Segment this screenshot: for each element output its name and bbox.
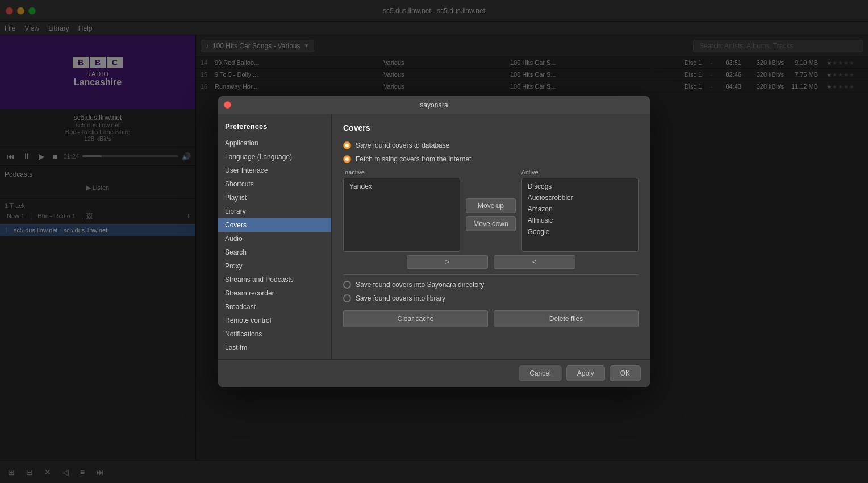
move-to-active-button[interactable]: > [407,255,489,269]
prefs-item-covers[interactable]: Covers [218,218,331,232]
cancel-button[interactable]: Cancel [519,365,561,381]
active-item-google[interactable]: Google [524,226,636,238]
prefs-item-playlist[interactable]: Playlist [218,191,331,205]
inactive-item-yandex[interactable]: Yandex [346,181,457,192]
modal-titlebar: sayonara [218,96,650,114]
active-label: Active [521,169,639,176]
modal-title: sayonara [420,101,448,109]
option-save-db-label: Save found covers to database [356,141,449,149]
option-save-library-label: Save found covers into library [356,294,445,302]
radio-save-sayonara[interactable] [343,281,351,289]
prefs-item-notifications[interactable]: Notifications [218,327,331,341]
prefs-item-lastfm[interactable]: Last.fm [218,341,331,355]
delete-files-button[interactable]: Delete files [494,310,639,327]
option-fetch-internet: Fetch missing covers from the internet [343,155,639,163]
separator [343,274,639,275]
radio-save-db[interactable] [343,141,351,149]
option-save-sayonara: Save found covers into Sayonara director… [343,281,639,289]
prefs-header: Preferences [218,119,331,134]
option-save-sayonara-label: Save found covers into Sayonara director… [356,281,484,289]
bottom-buttons: Clear cache Delete files [343,310,639,327]
prefs-item-audio[interactable]: Audio [218,232,331,245]
prefs-sidebar: Preferences Application Language (Langua… [218,114,332,359]
spacer-left [343,255,401,269]
modal-footer: Cancel Apply OK [218,359,650,387]
radio-inner2 [345,157,349,161]
prefs-item-library[interactable]: Library [218,205,331,218]
transfer-buttons: Move up Move down [466,169,515,252]
ok-button[interactable]: OK [610,365,641,381]
move-to-inactive-button[interactable]: < [494,255,575,269]
prefs-item-streams[interactable]: Streams and Podcasts [218,273,331,286]
prefs-item-remote[interactable]: Remote control [218,314,331,327]
option-save-library: Save found covers into library [343,294,639,302]
radio-fetch-internet[interactable] [343,155,351,163]
clear-cache-button[interactable]: Clear cache [343,310,488,327]
active-item-audioscrobbler[interactable]: Audioscrobbler [524,192,636,203]
active-panel: Active Discogs Audioscrobbler Amazon All… [521,169,639,252]
prefs-item-proxy[interactable]: Proxy [218,259,331,273]
apply-button[interactable]: Apply [566,365,605,381]
inactive-list: Yandex [343,178,460,252]
modal-body: Preferences Application Language (Langua… [218,114,650,359]
move-right-btn-area: Move up Move down [466,198,515,231]
modal-overlay: sayonara Preferences Application Languag… [0,0,868,483]
prefs-content: Covers Save found covers to database Fet… [332,114,650,359]
inactive-panel: Inactive Yandex [343,169,460,252]
prefs-item-application[interactable]: Application [218,136,331,150]
active-item-amazon[interactable]: Amazon [524,203,636,215]
move-down-button[interactable]: Move down [466,216,515,231]
prefs-item-shortcuts[interactable]: Shortcuts [218,177,331,191]
panels-area: Inactive Yandex Move up Move down [343,169,639,252]
move-up-button[interactable]: Move up [466,198,515,213]
radio-inner [345,144,349,147]
modal-close-button[interactable] [224,101,231,109]
prefs-item-language[interactable]: Language (Language) [218,150,331,164]
prefs-item-ui[interactable]: User Interface [218,164,331,177]
active-list: Discogs Audioscrobbler Amazon Allmusic G… [521,178,639,252]
transfer-row: > < [343,255,639,269]
prefs-item-recorder[interactable]: Stream recorder [218,286,331,300]
inactive-label: Inactive [343,169,460,176]
radio-save-library[interactable] [343,294,351,302]
spacer-right [581,255,639,269]
active-item-allmusic[interactable]: Allmusic [524,215,636,226]
option-fetch-label: Fetch missing covers from the internet [356,155,471,163]
preferences-modal: sayonara Preferences Application Languag… [218,96,650,387]
prefs-item-broadcast[interactable]: Broadcast [218,300,331,314]
covers-title: Covers [343,123,639,132]
prefs-item-search[interactable]: Search [218,245,331,259]
option-save-db: Save found covers to database [343,141,639,149]
active-item-discogs[interactable]: Discogs [524,181,636,192]
